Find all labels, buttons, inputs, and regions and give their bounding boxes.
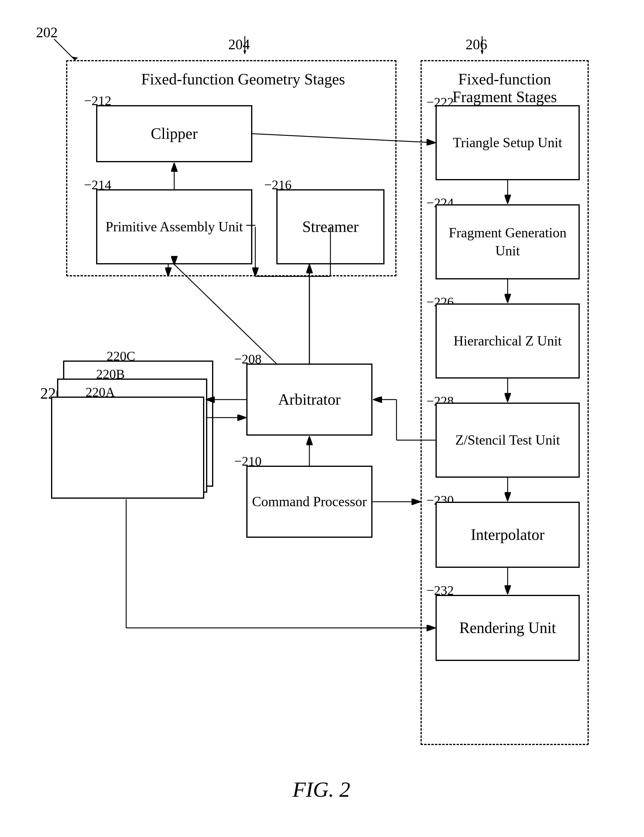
svg-line-0 xyxy=(54,39,75,60)
svg-line-25 xyxy=(174,264,276,364)
svg-marker-1 xyxy=(72,56,78,60)
ref-204: 204 xyxy=(228,36,250,53)
shader-a-box xyxy=(51,397,204,499)
cmd-proc-box: Command Processor xyxy=(246,466,372,538)
tri-setup-box: Triangle Setup Unit xyxy=(436,105,580,180)
arbitrator-box: Arbitrator xyxy=(246,364,372,436)
clipper-box: Clipper xyxy=(96,105,252,162)
frag-title: Fixed-function Fragment Stages xyxy=(433,70,577,106)
prim-asm-box: Primitive Assembly Unit xyxy=(96,189,252,264)
streamer-box: Streamer xyxy=(276,189,385,264)
hier-z-box: Hierarchical Z Unit xyxy=(436,304,580,379)
ref-202: 202 xyxy=(36,24,58,41)
frag-gen-box: Fragment Generation Unit xyxy=(436,204,580,279)
fig-caption: FIG. 2 xyxy=(293,777,350,802)
ref-206: 206 xyxy=(465,36,487,53)
interp-box: Interpolator xyxy=(436,502,580,568)
geom-title: Fixed-function Geometry Stages xyxy=(141,70,321,88)
diagram-container: 202 204 206 Fixed-function Geometry Stag… xyxy=(36,24,607,805)
render-box: Rendering Unit xyxy=(436,595,580,661)
z-stencil-box: Z/Stencil Test Unit xyxy=(436,402,580,478)
